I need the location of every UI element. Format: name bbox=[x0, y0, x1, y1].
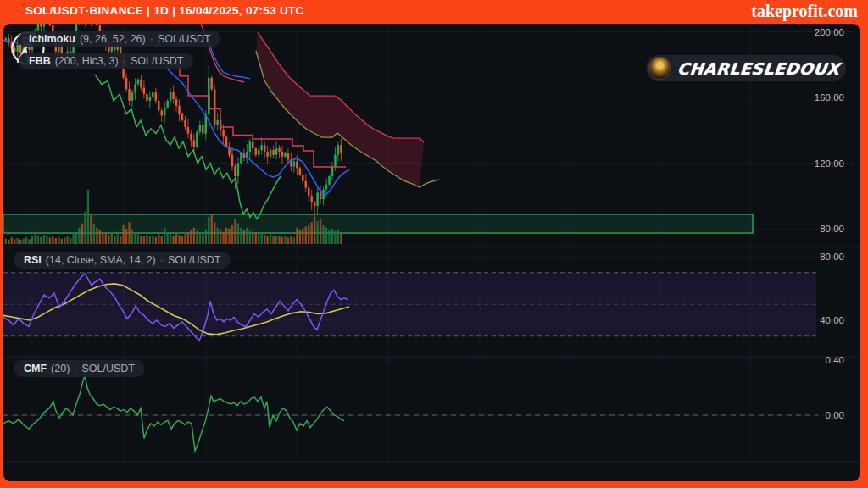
volume-bar bbox=[93, 224, 95, 244]
candle-body bbox=[302, 175, 304, 181]
username-watermark: CHARLESLEDOUX bbox=[670, 59, 847, 78]
volume-bar bbox=[5, 239, 7, 244]
volume-bar bbox=[143, 236, 145, 244]
candle-body bbox=[155, 92, 158, 101]
volume-bar bbox=[208, 217, 209, 244]
indicator-name: FBB bbox=[29, 55, 51, 67]
volume-bar bbox=[190, 230, 192, 244]
separator-dot: · bbox=[74, 363, 77, 374]
indicator-name: RSI bbox=[24, 254, 42, 266]
avatar bbox=[648, 57, 671, 80]
volume-bar bbox=[287, 237, 289, 244]
volume-bar bbox=[214, 222, 215, 244]
candle-body bbox=[164, 108, 166, 116]
volume-bar bbox=[326, 228, 327, 244]
volume-bar bbox=[166, 232, 168, 244]
candle-body bbox=[137, 80, 140, 85]
price-axis-label: 80.00 bbox=[820, 224, 844, 234]
candle-body bbox=[166, 101, 169, 108]
volume-bar bbox=[222, 232, 224, 244]
volume-bar bbox=[231, 225, 233, 244]
indicator-params: (9, 26, 52, 26) bbox=[80, 33, 146, 45]
candle-body bbox=[296, 162, 298, 169]
candle-body bbox=[131, 92, 134, 101]
candle-body bbox=[234, 166, 236, 176]
candle-body bbox=[143, 87, 146, 94]
candle-body bbox=[272, 150, 275, 155]
volume-bar bbox=[90, 214, 92, 244]
volume-bar bbox=[102, 232, 103, 244]
volume-bar bbox=[293, 237, 295, 244]
volume-bar bbox=[70, 238, 71, 244]
candle-body bbox=[225, 137, 228, 147]
candle-body bbox=[140, 80, 142, 88]
indicator-label-cmf[interactable]: CMF (20) · SOL/USDT bbox=[14, 360, 145, 377]
volume-bar bbox=[84, 212, 86, 244]
candle-body bbox=[158, 101, 160, 111]
volume-bar bbox=[108, 235, 109, 244]
price-axis-label: 160.00 bbox=[815, 92, 844, 103]
candle-body bbox=[199, 125, 202, 132]
candle-body bbox=[320, 192, 322, 199]
volume-bar bbox=[66, 236, 68, 244]
cmf-axis-label: 0.00 bbox=[826, 410, 844, 420]
volume-bar bbox=[31, 236, 33, 244]
candle-body bbox=[299, 168, 302, 175]
volume-bar bbox=[234, 219, 236, 244]
candle-body bbox=[231, 155, 234, 167]
candle-body bbox=[216, 120, 219, 125]
candle-body bbox=[170, 92, 172, 101]
candle-body bbox=[184, 120, 186, 127]
volume-bar bbox=[316, 221, 318, 244]
volume-bar bbox=[270, 234, 271, 244]
candle-body bbox=[128, 89, 131, 101]
indicator-label-fbb[interactable]: FBB (200, Hlc3, 3) · SOL/USDT bbox=[19, 53, 193, 69]
volume-bar bbox=[140, 236, 142, 244]
volume-bar bbox=[120, 236, 121, 244]
volume-bar bbox=[40, 237, 42, 244]
volume-bar bbox=[340, 233, 342, 244]
volume-bar bbox=[184, 234, 186, 244]
volume-bar bbox=[302, 229, 303, 244]
candle-body bbox=[310, 196, 313, 202]
cmf-axis-label: 0.40 bbox=[826, 355, 844, 365]
indicator-symbol: SOL/USDT bbox=[168, 254, 221, 266]
volume-bar bbox=[205, 230, 207, 244]
brand-takeprofit: takeprofit.com bbox=[751, 2, 858, 21]
volume-bar bbox=[275, 236, 277, 244]
volume-bar bbox=[158, 234, 159, 244]
candle-body bbox=[264, 145, 266, 152]
candle-body bbox=[190, 134, 192, 141]
indicator-label-rsi[interactable]: RSI (14, Close, SMA, 14, 2) · SOL/USDT bbox=[14, 252, 231, 269]
volume-bar bbox=[308, 225, 309, 244]
candle-body bbox=[193, 140, 196, 147]
candle-body bbox=[175, 99, 178, 106]
candle-body bbox=[152, 92, 154, 97]
volume-bar bbox=[46, 236, 47, 244]
indicator-name: CMF bbox=[24, 363, 47, 374]
volume-bar bbox=[328, 230, 330, 244]
volume-bar bbox=[272, 236, 274, 244]
volume-bar bbox=[240, 228, 242, 244]
volume-bar bbox=[52, 236, 53, 244]
volume-bar bbox=[22, 239, 24, 244]
candle-body bbox=[222, 130, 225, 137]
volume-bar bbox=[237, 224, 239, 244]
volume-bar bbox=[181, 236, 183, 244]
ichimoku-cloud bbox=[256, 32, 424, 187]
candle-body bbox=[125, 78, 128, 90]
volume-bar bbox=[258, 234, 259, 244]
separator-dot: · bbox=[160, 254, 164, 266]
indicator-symbol: SOL/USDT bbox=[131, 55, 184, 67]
candle-body bbox=[149, 97, 152, 101]
volume-bar bbox=[8, 240, 9, 244]
volume-bar bbox=[170, 234, 171, 244]
volume-bar bbox=[87, 190, 89, 244]
volume-bar bbox=[114, 236, 115, 244]
candle-body bbox=[328, 176, 331, 185]
volume-bar bbox=[64, 237, 65, 244]
indicator-label-ichimoku[interactable]: Ichimoku (9, 26, 52, 26) · SOL/USDT bbox=[19, 30, 220, 47]
volume-bar bbox=[146, 235, 147, 244]
rsi-axis-label: 80.00 bbox=[820, 252, 844, 262]
price-axis-label: 200.00 bbox=[815, 27, 844, 37]
